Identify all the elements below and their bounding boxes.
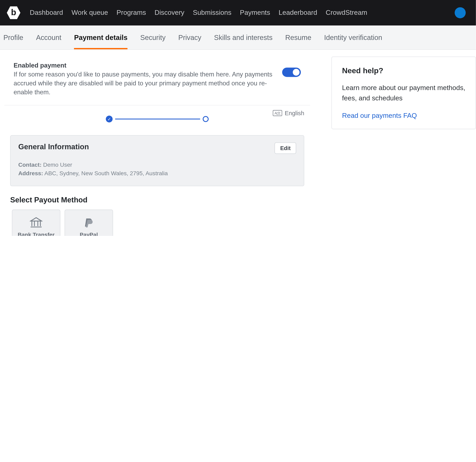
contact-value: Demo User [43, 162, 72, 168]
nav-programs[interactable]: Programs [117, 9, 146, 17]
bank-label: Bank Transfer [18, 232, 55, 236]
help-faq-link[interactable]: Read our payments FAQ [342, 112, 465, 120]
tab-resume[interactable]: Resume [285, 26, 311, 49]
payout-method-paypal[interactable]: PayPal [65, 209, 113, 236]
toggle-knob-icon [293, 69, 300, 76]
payout-method-title: Select Payout Method [10, 195, 310, 204]
payout-method-bank[interactable]: Bank Transfer [12, 209, 60, 236]
bank-icon [30, 217, 42, 228]
settings-tabs: Profile Account Payment details Security… [0, 26, 476, 50]
nav-work-queue[interactable]: Work queue [72, 9, 108, 17]
enabled-payment-title: Enabled payment [14, 62, 277, 69]
help-title: Need help? [342, 66, 465, 75]
general-info-card: General Information Edit Contact: Demo U… [10, 135, 304, 186]
general-info-title: General Information [18, 142, 89, 151]
enabled-payment-toggle[interactable] [282, 68, 301, 77]
tab-account[interactable]: Account [36, 26, 61, 49]
paypal-label: PayPal [80, 232, 98, 236]
tab-privacy[interactable]: Privacy [178, 26, 201, 49]
step-2-current-icon [203, 116, 209, 122]
tab-identity[interactable]: Identity verification [324, 26, 382, 49]
tab-payment-details[interactable]: Payment details [74, 26, 128, 49]
tab-skills[interactable]: Skills and interests [214, 26, 272, 49]
tab-security[interactable]: Security [140, 26, 166, 49]
address-value: ABC, Sydney, New South Wales, 2795, Aust… [44, 170, 168, 176]
top-navbar: b Dashboard Work queue Programs Discover… [0, 0, 476, 26]
help-text: Learn more about our payment methods, fe… [342, 83, 465, 103]
svg-text:b: b [11, 8, 16, 17]
help-card: Need help? Learn more about our payment … [332, 57, 476, 129]
language-label: English [285, 110, 304, 117]
logo-icon[interactable]: b [6, 5, 21, 20]
svg-marker-2 [31, 218, 42, 221]
nav-crowdstream[interactable]: CrowdStream [326, 9, 367, 17]
nav-dashboard[interactable]: Dashboard [30, 9, 63, 17]
paypal-icon [83, 217, 95, 228]
nav-submissions[interactable]: Submissions [193, 9, 231, 17]
address-label: Address: [18, 170, 43, 176]
contact-label: Contact: [18, 162, 42, 168]
enabled-payment-desc: If for some reason you'd like to pause p… [14, 70, 277, 96]
nav-leaderboard[interactable]: Leaderboard [279, 9, 317, 17]
step-1-complete-icon: ✓ [106, 116, 113, 122]
edit-button[interactable]: Edit [275, 142, 296, 154]
tab-profile[interactable]: Profile [3, 26, 23, 49]
step-connector [115, 119, 200, 120]
progress-stepper: ✓ [8, 116, 307, 122]
nav-discovery[interactable]: Discovery [154, 9, 184, 17]
avatar[interactable] [455, 7, 466, 18]
nav-payments[interactable]: Payments [240, 9, 270, 17]
language-icon: A|文 [273, 110, 282, 116]
language-switch[interactable]: A|文 English [273, 110, 304, 117]
